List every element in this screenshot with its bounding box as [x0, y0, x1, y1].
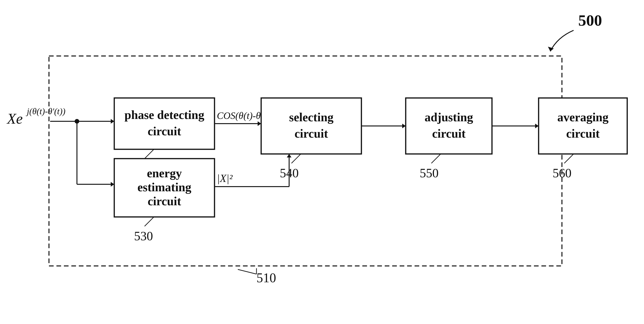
selecting-label1: selecting [289, 111, 334, 124]
label-560: 560 [552, 166, 572, 180]
label-540: 540 [280, 166, 299, 180]
label-530: 530 [134, 229, 153, 243]
figure-number: 500 [578, 12, 602, 29]
selecting-label2: circuit [294, 127, 328, 140]
diagram-container: 500 510 Xe j(θ(t)-θ'(t)) phase detecting… [0, 0, 644, 324]
phase-detecting-label2: circuit [148, 125, 181, 138]
phase-detecting-label1: phase detecting [124, 108, 204, 122]
energy-estimating-label3: circuit [148, 195, 181, 208]
svg-line-18 [431, 154, 441, 163]
input-label-xe: Xe [6, 110, 23, 127]
label-550: 550 [420, 166, 438, 180]
adjusting-box [406, 98, 492, 154]
svg-line-8 [144, 149, 154, 159]
svg-line-11 [144, 217, 154, 226]
selecting-box [261, 98, 362, 154]
phase-detecting-box [114, 98, 214, 149]
averaging-box [538, 98, 627, 154]
svg-line-15 [292, 154, 301, 163]
energy-estimating-label1: energy [147, 167, 182, 180]
adjusting-label1: adjusting [424, 111, 473, 124]
averaging-label1: averaging [557, 111, 608, 124]
input-superscript: j(θ(t)-θ'(t)) [26, 106, 66, 116]
x2-signal-label: |X|² [217, 172, 233, 184]
svg-line-21 [564, 154, 574, 163]
svg-line-2 [238, 269, 256, 274]
averaging-label2: circuit [566, 127, 600, 140]
energy-estimating-label2: estimating [137, 181, 191, 194]
adjusting-label2: circuit [432, 127, 466, 140]
label-510: 510 [256, 270, 276, 285]
